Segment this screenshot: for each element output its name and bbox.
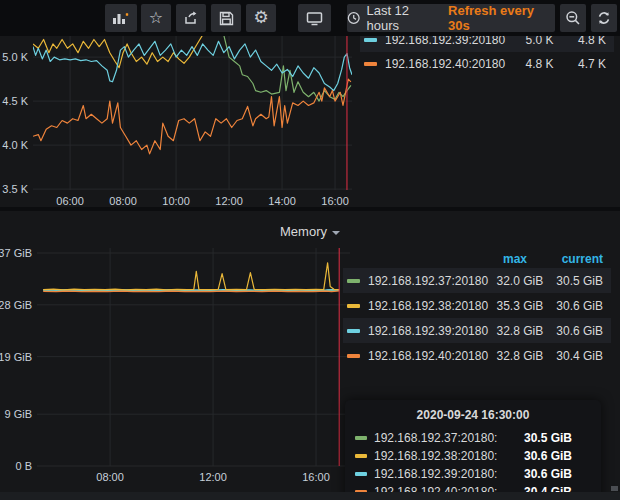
series-color-marker [355, 472, 367, 476]
legend-header-max[interactable]: max [457, 252, 527, 266]
legend-row[interactable]: 192.168.192.38:20180 35.3 GiB 30.6 GiB [343, 293, 611, 318]
monitor-icon [306, 11, 323, 26]
series-color-marker [347, 354, 360, 358]
series-current-value: 30.4 GiB [543, 349, 603, 363]
series-current-value: 30.5 GiB [543, 274, 603, 288]
series-line [33, 79, 351, 154]
series-current-value: 30.6 GiB [543, 324, 603, 338]
y-axis-tick-label: 19 GiB [0, 351, 32, 363]
series-color-marker [347, 279, 360, 283]
scrollbar-corner [611, 486, 618, 491]
series-line [33, 41, 352, 90]
share-icon [183, 10, 199, 26]
y-axis-tick-label: 9 GiB [4, 408, 32, 420]
series-name[interactable]: 192.168.192.37:20180 [368, 274, 488, 288]
series-current-value: 4.8 K [553, 36, 606, 47]
series-max-value: 4.8 K [505, 57, 553, 71]
x-axis-tick-label: 16:00 [321, 195, 349, 207]
tooltip-series-name: 192.168.192.38:20180: [374, 449, 524, 463]
legend-row[interactable]: 192.168.192.39:20180 5.0 K 4.8 K [360, 36, 614, 52]
series-name[interactable]: 192.168.192.38:20180 [368, 299, 488, 313]
tooltip-row: 192.168.192.39:20180: 30.6 GiB [355, 465, 591, 483]
zoom-out-icon [565, 10, 581, 26]
x-axis-tick-label: 06:00 [56, 195, 84, 207]
series-color-marker [347, 304, 360, 308]
x-axis-tick-label: 10:00 [162, 195, 190, 207]
add-panel-button[interactable] [105, 4, 137, 32]
legend-row[interactable]: 192.168.192.37:20180 32.0 GiB 30.5 GiB [343, 268, 611, 293]
y-axis-tick-label: 4.5 K [2, 95, 28, 107]
tooltip-timestamp: 2020-09-24 16:30:00 [355, 408, 591, 422]
tooltip-row: 192.168.192.37:20180: 30.5 GiB [355, 429, 591, 447]
series-name[interactable]: 192.168.192.40:20180 [385, 57, 505, 71]
grafana-dashboard: ☆ ⚙ [0, 0, 620, 500]
bar-chart-plus-icon [112, 10, 130, 26]
zoom-out-button[interactable] [560, 4, 586, 32]
legend-row[interactable]: 192.168.192.40:20180 32.8 GiB 30.4 GiB [343, 343, 611, 368]
x-axis-tick-label: 12:00 [215, 195, 243, 207]
series-color-marker [364, 38, 377, 42]
time-range-label: Last 12 hours [366, 3, 442, 33]
refresh-button[interactable] [591, 4, 617, 32]
series-max-value: 35.3 GiB [488, 299, 543, 313]
series-color-marker [355, 454, 367, 458]
legend-row[interactable]: 192.168.192.40:20180 4.8 K 4.7 K [360, 52, 614, 76]
top-graph-panel: 06:0008:0010:0012:0014:0016:005.0 K4.5 K… [0, 36, 620, 207]
tv-mode-button[interactable] [298, 4, 331, 32]
series-name[interactable]: 192.168.192.39:20180 [385, 36, 505, 47]
series-color-marker [355, 436, 367, 440]
graph-tooltip: 2020-09-24 16:30:00 192.168.192.37:20180… [345, 400, 601, 492]
tooltip-row: 192.168.192.40:20180: 30.4 GiB [355, 483, 591, 492]
tooltip-series-value: 30.6 GiB [524, 449, 572, 463]
x-axis-tick-label: 12:00 [199, 471, 227, 483]
series-color-marker [347, 329, 360, 333]
y-axis-tick-label: 5.0 K [2, 51, 28, 63]
series-line [43, 263, 339, 290]
refresh-interval-label: Refresh every 30s [448, 3, 555, 33]
tooltip-series-name: 192.168.192.37:20180: [374, 431, 524, 445]
refresh-icon [596, 10, 612, 26]
series-max-value: 32.0 GiB [488, 274, 543, 288]
star-button[interactable]: ☆ [141, 4, 171, 32]
memory-legend: max current 192.168.192.37:20180 32.0 Gi… [343, 250, 611, 368]
share-button[interactable] [176, 4, 206, 32]
legend-row[interactable]: 192.168.192.39:20180 32.8 GiB 30.6 GiB [343, 318, 611, 343]
series-max-value: 5.0 K [505, 36, 553, 47]
settings-button[interactable]: ⚙ [246, 4, 276, 32]
gear-icon: ⚙ [253, 10, 268, 26]
star-icon: ☆ [149, 10, 163, 26]
save-icon [219, 11, 234, 26]
tooltip-series-name: 192.168.192.40:20180: [374, 485, 524, 492]
dashboard-toolbar: ☆ ⚙ [0, 0, 620, 36]
tooltip-row: 192.168.192.38:20180: 30.6 GiB [355, 447, 591, 465]
page-background-strip [0, 492, 620, 500]
x-axis-tick-label: 08:00 [96, 471, 124, 483]
y-axis-tick-label: 28 GiB [0, 299, 32, 311]
tooltip-series-value: 30.5 GiB [524, 431, 572, 445]
series-current-value: 4.7 K [553, 57, 606, 71]
top-graph-legend: 192.168.192.39:20180 5.0 K 4.8 K 192.168… [360, 36, 614, 76]
legend-header: max current [343, 250, 611, 268]
x-axis-tick-label: 14:00 [268, 195, 296, 207]
series-color-marker [364, 62, 377, 66]
clock-icon [347, 11, 360, 25]
legend-header-current[interactable]: current [527, 252, 603, 266]
y-axis-tick-label: 4.0 K [2, 139, 28, 151]
memory-graph[interactable]: 08:0012:0016:0037 GiB28 GiB19 GiB9 GiB0 … [0, 211, 360, 492]
series-current-value: 30.6 GiB [543, 299, 603, 313]
series-name[interactable]: 192.168.192.39:20180 [368, 324, 488, 338]
x-axis-tick-label: 16:00 [302, 471, 330, 483]
series-max-value: 32.8 GiB [488, 324, 543, 338]
memory-panel: Memory 08:0012:0016:0037 GiB28 GiB19 GiB… [0, 211, 620, 492]
series-name[interactable]: 192.168.192.40:20180 [368, 349, 488, 363]
tooltip-series-name: 192.168.192.39:20180: [374, 467, 524, 481]
time-range-button[interactable]: Last 12 hours Refresh every 30s [347, 4, 555, 32]
top-graph[interactable]: 06:0008:0010:0012:0014:0016:005.0 K4.5 K… [0, 36, 360, 207]
x-axis-tick-label: 08:00 [109, 195, 137, 207]
tooltip-series-value: 30.4 GiB [524, 485, 572, 492]
series-line [43, 291, 339, 292]
y-axis-tick-label: 3.5 K [2, 183, 28, 195]
series-line [33, 36, 351, 68]
series-max-value: 32.8 GiB [488, 349, 543, 363]
save-button[interactable] [211, 4, 241, 32]
